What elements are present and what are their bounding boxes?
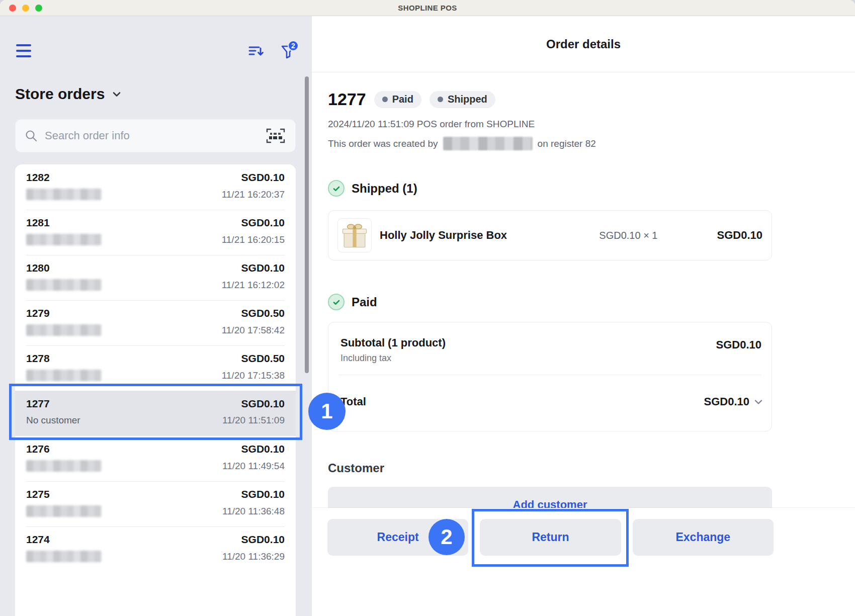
sidebar-title: Store orders (15, 85, 105, 103)
chevron-down-icon (111, 88, 123, 100)
redacted-customer (26, 551, 102, 562)
redacted-staff-name (443, 137, 533, 150)
order-list-item[interactable]: 1278SGD0.50 11/20 17:15:38 (15, 345, 296, 391)
subtotal-row: Subtotal (1 product) Including tax SGD0.… (340, 336, 761, 364)
product-image (337, 218, 372, 252)
total-value: SGD0.10 (704, 395, 750, 408)
zoom-window-button[interactable] (35, 5, 42, 12)
product-unit-qty: SGD0.10 × 1 (599, 230, 657, 241)
shipped-product-card: Holly Jolly Surprise Box SGD0.10 × 1 SGD… (328, 210, 772, 260)
window-title: SHOPLINE POS (398, 4, 457, 12)
order-list-item[interactable]: 1276SGD0.10 11/20 11:49:54 (15, 436, 296, 481)
redacted-customer (26, 189, 102, 200)
payment-summary-card: Subtotal (1 product) Including tax SGD0.… (328, 322, 772, 431)
card-divider (338, 375, 761, 375)
subtotal-note: Including tax (340, 353, 446, 364)
subtotal-label: Subtotal (1 product) (340, 336, 446, 349)
order-heading: 1277 Paid Shipped (328, 90, 495, 109)
check-circle-icon (328, 294, 345, 310)
product-name: Holly Jolly Surprise Box (380, 229, 599, 242)
redacted-customer (26, 505, 102, 517)
exchange-button[interactable]: Exchange (633, 519, 774, 556)
redacted-customer (26, 279, 102, 291)
orders-sidebar: 2 Store orders 1282SGD0.10 11/21 16:20:3 (0, 16, 312, 616)
receipt-button[interactable]: Receipt (327, 519, 468, 556)
status-badge-paid: Paid (374, 91, 421, 108)
bottom-action-bar: Receipt Return Exchange (312, 508, 855, 616)
total-expander[interactable]: SGD0.10 (704, 395, 765, 408)
order-list-item[interactable]: 1280SGD0.10 11/21 16:12:02 (15, 255, 296, 300)
check-circle-icon (328, 180, 345, 197)
search-icon (25, 129, 38, 142)
order-created-by-line: This order was created by on register 82 (328, 137, 596, 150)
order-list: 1282SGD0.10 11/21 16:20:37 1281SGD0.10 1… (15, 164, 296, 616)
close-window-button[interactable] (9, 5, 16, 12)
subtotal-value: SGD0.10 (716, 338, 762, 364)
total-row: Total SGD0.10 (340, 393, 764, 411)
minimize-window-button[interactable] (22, 5, 29, 12)
barcode-scan-icon[interactable] (265, 127, 286, 145)
paid-section-heading: Paid (328, 294, 377, 310)
return-button[interactable]: Return (480, 519, 621, 556)
gift-box-icon (340, 221, 369, 250)
redacted-customer (26, 324, 102, 336)
status-dot (438, 97, 443, 102)
sort-icon[interactable] (247, 43, 265, 60)
product-line-total: SGD0.10 (717, 229, 763, 242)
order-number: 1277 (328, 90, 366, 109)
details-header: Order details (312, 16, 855, 72)
order-list-item-selected[interactable]: 1277SGD0.10 No customer11/20 11:51:09 (15, 391, 296, 436)
order-list-item[interactable]: 1275SGD0.10 11/20 11:36:48 (15, 481, 296, 526)
order-list-item[interactable]: 1279SGD0.50 11/20 17:58:42 (15, 300, 296, 345)
page-title: Order details (546, 37, 621, 51)
header-divider (312, 72, 855, 72)
order-details-panel: Order details 1277 Paid Shipped 2024/11/… (312, 16, 855, 616)
app-window: SHOPLINE POS 2 Store orders (0, 0, 855, 616)
order-list-item[interactable]: 1274SGD0.10 11/20 11:36:29 (15, 526, 296, 572)
redacted-customer (26, 460, 102, 472)
order-list-item[interactable]: 1282SGD0.10 11/21 16:20:37 (15, 164, 296, 210)
filter-count-badge: 2 (288, 40, 299, 51)
scrollbar-thumb[interactable] (305, 76, 309, 373)
store-orders-dropdown[interactable]: Store orders (15, 85, 123, 103)
order-search-box (15, 119, 296, 152)
customer-label: No customer (26, 415, 80, 426)
redacted-customer (26, 370, 102, 381)
hamburger-menu-icon[interactable] (16, 44, 31, 57)
order-created-line: 2024/11/20 11:51:09 POS order from SHOPL… (328, 119, 535, 130)
customer-section-heading: Customer (328, 461, 384, 475)
order-list-item[interactable]: 1281SGD0.10 11/21 16:20:15 (15, 210, 296, 255)
status-dot (382, 97, 388, 102)
search-input[interactable] (45, 129, 265, 142)
redacted-customer (26, 234, 102, 245)
chevron-down-icon (752, 396, 764, 408)
total-label: Total (340, 395, 366, 408)
titlebar: SHOPLINE POS (0, 0, 855, 16)
status-badge-shipped: Shipped (430, 91, 495, 108)
shipped-section-heading: Shipped (1) (328, 180, 417, 197)
